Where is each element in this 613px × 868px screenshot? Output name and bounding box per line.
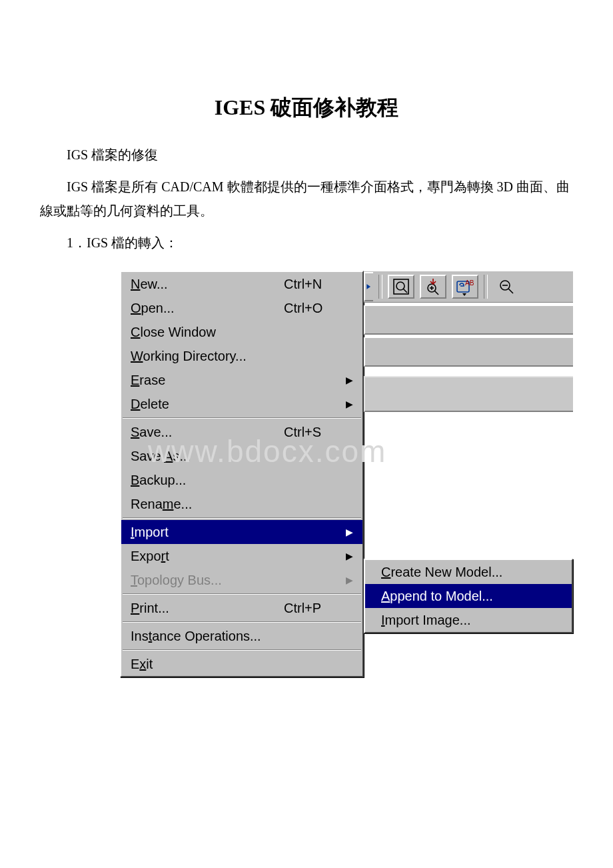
svg-marker-0 bbox=[367, 285, 370, 289]
toolbar-separator bbox=[484, 275, 488, 299]
menu-item-new[interactable]: New... Ctrl+N bbox=[121, 272, 362, 296]
svg-line-12 bbox=[508, 289, 513, 293]
menu-item-save[interactable]: Save... Ctrl+S bbox=[121, 420, 362, 444]
bevel-bar bbox=[364, 376, 573, 412]
menu-separator bbox=[123, 517, 361, 519]
svg-text:AB: AB bbox=[465, 279, 474, 287]
svg-marker-10 bbox=[462, 293, 466, 296]
submenu-item-import-image[interactable]: Import Image... bbox=[365, 608, 572, 632]
menu-item-delete[interactable]: Delete ▶ bbox=[121, 392, 362, 416]
paragraph-3: 1．IGS 檔的轉入： bbox=[40, 231, 573, 255]
bevel-bar bbox=[364, 337, 573, 367]
zoom-box-icon[interactable] bbox=[388, 275, 414, 299]
menu-item-exit[interactable]: Exit bbox=[121, 652, 362, 676]
menu-item-working-directory[interactable]: Working Directory... bbox=[121, 344, 362, 368]
menu-item-rename[interactable]: Rename... bbox=[121, 492, 362, 516]
menu-item-topology-bus: Topology Bus... ▶ bbox=[121, 568, 362, 592]
ab-settings-icon[interactable]: AB bbox=[452, 275, 478, 299]
paragraph-1: IGS 檔案的修復 bbox=[40, 143, 573, 167]
menu-item-export[interactable]: Export ▶ bbox=[121, 544, 362, 568]
menu-separator bbox=[123, 593, 361, 595]
bevel-bar bbox=[364, 305, 573, 335]
submenu-item-append-to-model[interactable]: Append to Model... bbox=[365, 584, 572, 608]
menu-item-backup[interactable]: Backup... bbox=[121, 468, 362, 492]
menu-item-import[interactable]: Import ▶ bbox=[121, 520, 362, 544]
paragraph-2: IGS 檔案是所有 CAD/CAM 軟體都提供的一種標準介面格式，專門為轉換 3… bbox=[40, 175, 573, 223]
toolbar-separator bbox=[378, 275, 382, 299]
menu-separator bbox=[123, 649, 361, 651]
page-title: IGES 破面修补教程 bbox=[40, 93, 573, 123]
toolbar: AB bbox=[364, 271, 573, 303]
menu-separator bbox=[123, 621, 361, 623]
svg-line-5 bbox=[434, 291, 438, 295]
play-right-icon[interactable] bbox=[364, 272, 373, 301]
menu-screenshot: New... Ctrl+N Open... Ctrl+O Close Windo… bbox=[120, 271, 573, 677]
menu-item-save-as[interactable]: Save As... bbox=[121, 444, 362, 468]
import-submenu: Create New Model... Append to Model... I… bbox=[364, 559, 573, 633]
menu-item-open[interactable]: Open... Ctrl+O bbox=[121, 296, 362, 320]
menu-item-close-window[interactable]: Close Window bbox=[121, 320, 362, 344]
menu-item-print[interactable]: Print... Ctrl+P bbox=[121, 596, 362, 620]
menu-item-erase[interactable]: Erase ▶ bbox=[121, 368, 362, 392]
file-menu: New... Ctrl+N Open... Ctrl+O Close Windo… bbox=[120, 271, 364, 677]
right-column: AB Create New Model... Append bbox=[364, 271, 573, 633]
document-page: IGES 破面修补教程 IGS 檔案的修復 IGS 檔案是所有 CAD/CAM … bbox=[0, 0, 613, 704]
menu-separator bbox=[123, 417, 361, 419]
submenu-item-create-new-model[interactable]: Create New Model... bbox=[365, 560, 572, 584]
zoom-out-icon[interactable] bbox=[493, 275, 520, 299]
svg-line-3 bbox=[403, 289, 407, 293]
menu-item-instance-operations[interactable]: Instance Operations... bbox=[121, 624, 362, 648]
zoom-in-arrow-icon[interactable] bbox=[420, 275, 446, 299]
